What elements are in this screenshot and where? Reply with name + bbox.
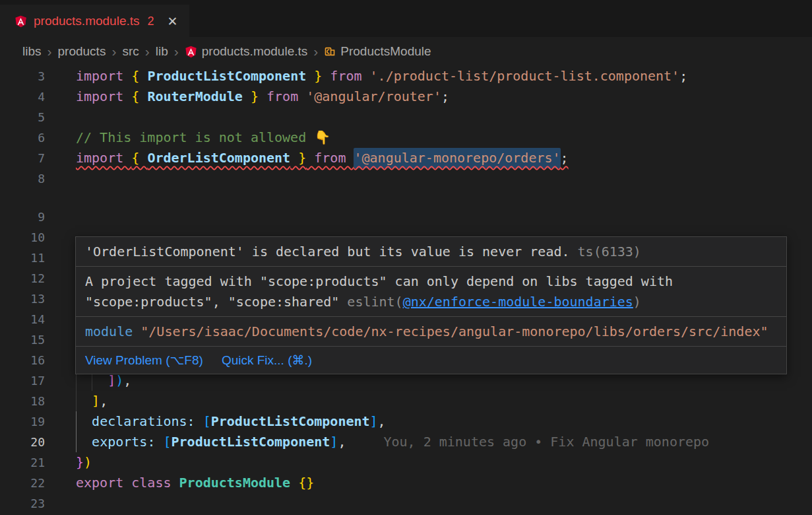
code-token: } [76, 452, 84, 473]
hover-eslint-row: A project tagged with "scope:products" c… [76, 266, 786, 316]
view-problem-button[interactable]: View Problem (⌥F8) [85, 350, 203, 370]
code-token: from [322, 66, 369, 86]
code-token [290, 473, 298, 493]
line-number[interactable]: 18 [0, 391, 45, 411]
class-icon [324, 46, 336, 57]
line-number[interactable]: 6 [0, 127, 45, 148]
line-number[interactable]: 3 [0, 66, 45, 86]
code-token: ) [84, 452, 92, 473]
eslint-rule-link[interactable]: @nx/enforce-module-boundaries [403, 294, 633, 310]
code-line[interactable]: 21}) [0, 452, 812, 473]
breadcrumb-label: products [58, 44, 106, 59]
code-token: ProductListComponent [147, 66, 306, 86]
code-token: , [100, 391, 108, 411]
indent-guide [76, 432, 92, 452]
line-number[interactable]: 22 [0, 473, 45, 493]
breadcrumb-label: libs [22, 44, 42, 59]
line-number[interactable]: 12 [0, 268, 45, 289]
code-text: import { RouterModule } from '@angular/r… [76, 86, 449, 107]
line-number[interactable]: 8 [0, 168, 45, 207]
eslint-source: eslint( [347, 294, 402, 310]
line-number[interactable]: 19 [0, 411, 45, 432]
code-token: { [131, 86, 147, 107]
code-token: // This import is not allowed [76, 127, 314, 148]
line-number[interactable]: 23 [0, 493, 45, 514]
code-text: // This import is not allowed 👇 [76, 127, 330, 148]
close-icon[interactable]: ✕ [168, 14, 178, 29]
code-token: ProductsModule [179, 473, 291, 493]
tab-problem-count: 2 [148, 15, 154, 28]
code-token: RouterModule [147, 86, 243, 107]
code-token: '@angular/router' [306, 86, 441, 107]
breadcrumb-item-products-module-ts[interactable]: products.module.ts [185, 44, 308, 59]
hover-actions: View Problem (⌥F8) Quick Fix... (⌘.) [76, 346, 786, 374]
code-token: ; [679, 66, 687, 86]
line-number[interactable]: 9 [0, 207, 45, 227]
line-number[interactable]: 20 [0, 432, 45, 452]
code-token: } [306, 66, 322, 86]
code-token [195, 411, 203, 432]
module-path: "/Users/isaac/Documents/code/nx-recipes/… [133, 324, 768, 339]
code-token: OrderListComponent [147, 148, 290, 168]
line-number[interactable]: 16 [0, 350, 45, 370]
breadcrumb-label: lib [156, 44, 168, 59]
code-line[interactable]: 8 [0, 168, 812, 207]
line-number[interactable]: 13 [0, 289, 45, 309]
code-token: './product-list/product-list.component' [370, 66, 680, 86]
indent-guide [76, 411, 92, 432]
code-token: from [259, 86, 306, 107]
code-line[interactable]: 23 [0, 493, 812, 514]
code-token: ProductListComponent [211, 411, 370, 432]
code-text: declarations: [ProductListComponent], [76, 411, 386, 432]
code-line[interactable]: 22export class ProductsModule {} [0, 473, 812, 493]
code-token: from [306, 148, 354, 168]
line-number[interactable]: 10 [0, 227, 45, 248]
code-line[interactable]: 6// This import is not allowed 👇 [0, 127, 812, 148]
breadcrumb-separator-icon: › [106, 44, 122, 59]
line-number[interactable]: 14 [0, 309, 45, 329]
code-token: ] [330, 432, 338, 452]
line-number[interactable]: 15 [0, 329, 45, 350]
code-line[interactable]: 19declarations: [ProductListComponent], [0, 411, 812, 432]
line-number[interactable]: 11 [0, 248, 45, 268]
breadcrumb-item-products[interactable]: products [58, 44, 106, 59]
tab-title: products.module.ts [34, 14, 140, 28]
tab-bar: products.module.ts 2 ✕ [0, 0, 812, 37]
line-number[interactable]: 5 [0, 107, 45, 127]
code-line[interactable]: 9 [0, 207, 812, 227]
line-number[interactable]: 17 [0, 370, 45, 391]
code-text: import { OrderListComponent } from '@ang… [76, 148, 569, 168]
line-number[interactable]: 21 [0, 452, 45, 473]
code-token [155, 432, 163, 452]
breadcrumb-label: products.module.ts [202, 44, 308, 59]
code-token: } [290, 148, 306, 168]
code-line[interactable]: 20exports: [ProductListComponent],You, 2… [0, 432, 812, 452]
line-number[interactable]: 4 [0, 86, 45, 107]
code-line[interactable]: 7import { OrderListComponent } from '@an… [0, 148, 812, 168]
code-token: { [131, 66, 147, 86]
hover-module-row: module "/Users/isaac/Documents/code/nx-r… [76, 316, 786, 346]
breadcrumb-item-lib[interactable]: lib [156, 44, 168, 59]
editor: 3import { ProductListComponent } from '.… [0, 66, 812, 514]
code-line[interactable]: 4import { RouterModule } from '@angular/… [0, 86, 812, 107]
code-token: ] [92, 391, 100, 411]
code-token: import [76, 148, 131, 168]
code-token: ] [370, 411, 378, 432]
code-token: { [131, 148, 147, 168]
line-number[interactable]: 7 [0, 148, 45, 168]
code-token: ProductListComponent [172, 432, 330, 452]
code-line[interactable]: 3import { ProductListComponent } from '.… [0, 66, 812, 86]
breadcrumb-item-libs[interactable]: libs [22, 44, 42, 59]
breadcrumb-separator-icon: › [139, 44, 156, 59]
code-text: import { ProductListComponent } from './… [76, 66, 687, 86]
breadcrumb-item-src[interactable]: src [122, 44, 139, 59]
breadcrumb-separator-icon: › [307, 44, 324, 59]
tab-products-module[interactable]: products.module.ts 2 ✕ [0, 5, 189, 37]
code-line[interactable]: 5 [0, 107, 812, 127]
breadcrumb-label: src [122, 44, 139, 59]
code-token: [ [163, 432, 171, 452]
code-line[interactable]: 18], [0, 391, 812, 411]
quick-fix-button[interactable]: Quick Fix... (⌘.) [222, 350, 312, 370]
code-token: , [338, 432, 346, 452]
breadcrumb-item-productsmodule[interactable]: ProductsModule [324, 44, 431, 59]
